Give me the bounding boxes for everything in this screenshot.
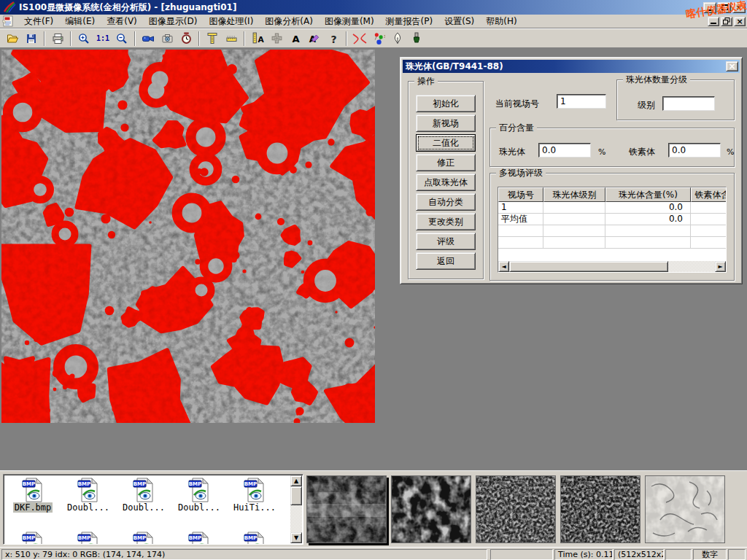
file-item[interactable]: HuiTi... bbox=[228, 478, 281, 513]
scroll-thumb[interactable] bbox=[290, 486, 302, 505]
bmp-file-icon bbox=[22, 478, 44, 502]
menu-report[interactable]: 测量报告(P) bbox=[380, 15, 439, 28]
thumbnail[interactable] bbox=[645, 475, 725, 543]
scroll-left-button[interactable]: ◄ bbox=[498, 261, 509, 272]
snapshot-button[interactable] bbox=[158, 30, 177, 47]
open-button[interactable] bbox=[3, 30, 22, 47]
file-name[interactable]: HuiTi... bbox=[232, 502, 277, 513]
app-logo-icon bbox=[3, 1, 16, 13]
vertical-caliper-button[interactable] bbox=[203, 30, 222, 47]
file-item[interactable]: DKF.bmp bbox=[7, 478, 59, 513]
return-button[interactable]: 返回 bbox=[416, 252, 476, 270]
scroll-track[interactable] bbox=[509, 261, 715, 272]
file-item[interactable]: Doubl... bbox=[62, 478, 115, 513]
toolbar: 1:1 A A A ? 3 bbox=[0, 28, 747, 48]
annotate-button[interactable]: A bbox=[305, 30, 324, 47]
mdi-restore-button[interactable] bbox=[721, 17, 732, 26]
timer-button[interactable] bbox=[177, 30, 196, 47]
menu-image-display[interactable]: 图像显示(D) bbox=[143, 15, 204, 28]
file-item[interactable] bbox=[117, 532, 170, 545]
file-list-scrollbar[interactable]: ▲ ▼ bbox=[290, 475, 302, 543]
bmp-file-icon bbox=[77, 478, 99, 502]
zoom-out-icon bbox=[116, 33, 128, 44]
file-name[interactable]: DKF.bmp bbox=[13, 502, 53, 513]
percent-sign: % bbox=[598, 147, 605, 157]
thumbnail[interactable] bbox=[560, 475, 640, 543]
help-button[interactable]: ? bbox=[324, 30, 343, 47]
menu-image-analysis[interactable]: 图像分析(A) bbox=[259, 15, 319, 28]
col-field: 视场号 bbox=[498, 187, 543, 202]
operation-group-label: 操作 bbox=[414, 76, 438, 86]
init-button[interactable]: 初始化 bbox=[416, 95, 476, 112]
menu-image-process[interactable]: 图像处理(I) bbox=[203, 15, 259, 28]
save-button[interactable] bbox=[22, 30, 41, 47]
dialog-close-button[interactable]: × bbox=[726, 61, 738, 71]
thumbnail[interactable] bbox=[391, 475, 471, 543]
table-row[interactable]: 1 0.0 bbox=[498, 202, 727, 214]
pearlite-percent-input[interactable] bbox=[538, 143, 591, 158]
bmp-file-icon bbox=[77, 532, 99, 545]
grade-button[interactable]: 评级 bbox=[416, 233, 476, 250]
file-name[interactable]: Doubl... bbox=[66, 502, 111, 513]
dialog-titlebar[interactable]: 珠光体(GB/T9441-88) × bbox=[403, 60, 740, 73]
file-item[interactable] bbox=[228, 532, 281, 545]
ruler-button[interactable] bbox=[222, 30, 241, 47]
print-button[interactable] bbox=[48, 30, 67, 47]
grid-tool-button[interactable] bbox=[267, 30, 286, 47]
thumbnail[interactable] bbox=[306, 475, 387, 543]
change-class-button[interactable]: 更改类别 bbox=[416, 213, 476, 230]
thumbnail[interactable] bbox=[476, 475, 556, 543]
brush-button[interactable] bbox=[407, 30, 426, 47]
menu-settings[interactable]: 设置(S) bbox=[438, 15, 480, 28]
video-camera-button[interactable] bbox=[139, 30, 158, 47]
menu-edit[interactable]: 编辑(E) bbox=[59, 15, 101, 28]
menu-view[interactable]: 查看(V) bbox=[101, 15, 143, 28]
actual-size-button[interactable]: 1:1 bbox=[93, 30, 112, 47]
file-item[interactable] bbox=[173, 532, 225, 545]
file-item[interactable]: Doubl... bbox=[173, 478, 225, 513]
metallographic-image[interactable] bbox=[1, 50, 375, 423]
measure-text-button[interactable]: A bbox=[248, 30, 267, 47]
ferrite-percent-input[interactable] bbox=[668, 143, 721, 158]
binarize-button[interactable]: 二值化 bbox=[416, 134, 476, 152]
correct-button[interactable]: 修正 bbox=[416, 154, 476, 171]
table-horizontal-scrollbar[interactable]: ◄ ► bbox=[498, 261, 726, 272]
help-icon: ? bbox=[329, 33, 338, 44]
percent-sign: % bbox=[727, 147, 734, 157]
zoom-in-button[interactable] bbox=[74, 30, 93, 47]
zoom-out-button[interactable] bbox=[112, 30, 131, 47]
pick-pearlite-button[interactable]: 点取珠光体 bbox=[416, 174, 476, 191]
bmp-file-icon bbox=[22, 532, 44, 545]
file-item[interactable] bbox=[62, 532, 115, 545]
gallery-panel: DKF.bmp Doubl... Doubl... Doubl... HuiTi… bbox=[0, 470, 747, 547]
level-input[interactable] bbox=[662, 96, 715, 111]
brush-icon bbox=[411, 32, 422, 44]
table-row[interactable]: 平均值 0.0 bbox=[498, 214, 727, 225]
table-header: 视场号 珠光体级别 珠光体含量(%) 铁素体含量(%) bbox=[498, 187, 727, 202]
mdi-close-button[interactable]: × bbox=[734, 17, 746, 26]
multifield-table[interactable]: 视场号 珠光体级别 珠光体含量(%) 铁素体含量(%) 1 0.0 平均值 0.… bbox=[498, 187, 727, 273]
text-label-button[interactable]: A bbox=[286, 30, 305, 47]
file-list[interactable]: DKF.bmp Doubl... Doubl... Doubl... HuiTi… bbox=[3, 474, 303, 545]
svg-text:3: 3 bbox=[384, 35, 385, 39]
cell-ferrite bbox=[691, 202, 727, 214]
menu-file[interactable]: 文件(F) bbox=[18, 15, 59, 28]
scroll-right-button[interactable]: ► bbox=[715, 261, 726, 272]
image-dimensions-status: (512x512x24) bbox=[614, 549, 664, 560]
scroll-up-button[interactable]: ▲ bbox=[290, 475, 302, 486]
zoom-in-icon bbox=[78, 33, 90, 44]
auto-classify-button[interactable]: 自动分类 bbox=[416, 193, 476, 211]
menu-help[interactable]: 帮助(H) bbox=[480, 15, 522, 28]
current-field-input[interactable] bbox=[557, 94, 606, 109]
menu-image-measure[interactable]: 图像测量(M) bbox=[319, 15, 380, 28]
file-name[interactable]: Doubl... bbox=[121, 502, 166, 513]
file-name[interactable]: Doubl... bbox=[177, 502, 222, 513]
file-item[interactable] bbox=[7, 532, 59, 545]
curve-tool-button[interactable] bbox=[350, 30, 369, 47]
new-field-button[interactable]: 新视场 bbox=[416, 114, 476, 132]
file-item[interactable]: Doubl... bbox=[117, 478, 170, 513]
pen-button[interactable] bbox=[388, 30, 407, 47]
scroll-thumb[interactable] bbox=[509, 261, 668, 272]
scroll-down-button[interactable]: ▼ bbox=[290, 532, 302, 543]
count-markers-button[interactable]: 3 bbox=[369, 30, 388, 47]
